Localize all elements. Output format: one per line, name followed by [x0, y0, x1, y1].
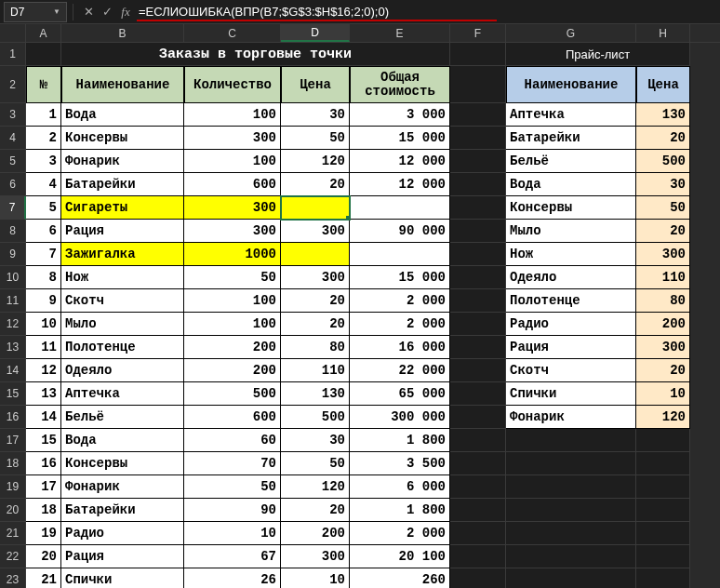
cell-H18[interactable] [636, 452, 690, 475]
orders-total[interactable]: 65 000 [350, 382, 450, 406]
pricelist-price[interactable]: 500 [636, 150, 690, 173]
pricelist-name[interactable]: Батарейки [506, 127, 636, 150]
cell-H17[interactable] [636, 429, 690, 452]
orders-total[interactable]: 1 800 [350, 429, 450, 452]
pricelist-price[interactable]: 30 [636, 173, 690, 196]
row-header-18[interactable]: 18 [0, 452, 26, 475]
orders-price[interactable]: 50 [281, 452, 350, 475]
orders-total[interactable]: 3 500 [350, 452, 450, 475]
orders-num[interactable]: 21 [26, 568, 61, 588]
orders-price[interactable]: 50 [281, 127, 350, 150]
pricelist-name[interactable]: Консервы [506, 196, 636, 220]
orders-price[interactable]: 20 [281, 289, 350, 313]
orders-qty[interactable]: 100 [184, 289, 281, 313]
pricelist-name[interactable]: Бельё [506, 150, 636, 173]
cell-G18[interactable] [506, 452, 636, 475]
orders-num[interactable]: 13 [26, 382, 61, 406]
pricelist-price[interactable]: 20 [636, 359, 690, 382]
row-header-20[interactable]: 20 [0, 499, 26, 522]
orders-price[interactable]: 300 [281, 266, 350, 289]
orders-name[interactable]: Радио [61, 522, 184, 545]
cell-F21[interactable] [450, 522, 506, 545]
orders-total[interactable]: 2 000 [350, 289, 450, 313]
cell-F22[interactable] [450, 545, 506, 568]
orders-qty[interactable]: 600 [184, 406, 281, 429]
row-header-3[interactable]: 3 [0, 103, 26, 127]
pricelist-name[interactable]: Вода [506, 173, 636, 196]
cell-F20[interactable] [450, 499, 506, 522]
row-header-17[interactable]: 17 [0, 429, 26, 452]
pricelist-price[interactable]: 20 [636, 127, 690, 150]
cell-H21[interactable] [636, 522, 690, 545]
orders-name[interactable]: Мыло [61, 313, 184, 336]
orders-total[interactable] [350, 243, 450, 266]
orders-total[interactable] [350, 196, 450, 220]
pricelist-price[interactable]: 120 [636, 406, 690, 429]
orders-num[interactable]: 16 [26, 452, 61, 475]
col-header-E[interactable]: E [350, 24, 450, 42]
pricelist-price[interactable]: 300 [636, 336, 690, 359]
pricelist-name[interactable]: Мыло [506, 220, 636, 243]
cell-F15[interactable] [450, 382, 506, 406]
orders-qty[interactable]: 300 [184, 196, 281, 220]
row-header-1[interactable]: 1 [0, 43, 26, 66]
orders-num[interactable]: 12 [26, 359, 61, 382]
orders-total[interactable]: 90 000 [350, 220, 450, 243]
col-header-H[interactable]: H [636, 24, 690, 42]
orders-name[interactable]: Аптечка [61, 382, 184, 406]
row-header-7[interactable]: 7 [0, 196, 26, 220]
orders-name[interactable]: Фонарик [61, 475, 184, 499]
pricelist-name[interactable]: Скотч [506, 359, 636, 382]
orders-num[interactable]: 5 [26, 196, 61, 220]
orders-name[interactable]: Рация [61, 545, 184, 568]
col-header-D[interactable]: D [281, 24, 350, 42]
cell-A1[interactable] [26, 43, 61, 66]
cell-F23[interactable] [450, 568, 506, 588]
orders-price[interactable]: 130 [281, 382, 350, 406]
accept-icon[interactable]: ✓ [98, 3, 116, 21]
formula-input[interactable]: =ЕСЛИОШИБКА(ВПР(B7;$G$3:$H$16;2;0);0) [135, 2, 720, 22]
orders-total[interactable]: 2 000 [350, 522, 450, 545]
pricelist-price[interactable]: 20 [636, 220, 690, 243]
cell-H23[interactable] [636, 568, 690, 588]
orders-total[interactable]: 2 000 [350, 313, 450, 336]
orders-name[interactable]: Рация [61, 220, 184, 243]
orders-num[interactable]: 19 [26, 522, 61, 545]
row-header-11[interactable]: 11 [0, 289, 26, 313]
row-header-19[interactable]: 19 [0, 475, 26, 499]
orders-qty[interactable]: 200 [184, 336, 281, 359]
orders-num[interactable]: 4 [26, 173, 61, 196]
name-box[interactable]: D7 ▼ [4, 2, 67, 22]
col-header-C[interactable]: C [184, 24, 281, 42]
orders-qty[interactable]: 60 [184, 429, 281, 452]
row-header-5[interactable]: 5 [0, 150, 26, 173]
row-header-14[interactable]: 14 [0, 359, 26, 382]
pricelist-name[interactable]: Одеяло [506, 266, 636, 289]
cell-G17[interactable] [506, 429, 636, 452]
pricelist-name[interactable]: Нож [506, 243, 636, 266]
pricelist-price[interactable]: 80 [636, 289, 690, 313]
orders-price[interactable]: 80 [281, 336, 350, 359]
orders-price[interactable]: 500 [281, 406, 350, 429]
cell-F19[interactable] [450, 475, 506, 499]
row-header-12[interactable]: 12 [0, 313, 26, 336]
orders-qty[interactable]: 26 [184, 568, 281, 588]
orders-price[interactable]: 120 [281, 475, 350, 499]
orders-num[interactable]: 18 [26, 499, 61, 522]
row-header-22[interactable]: 22 [0, 545, 26, 568]
pricelist-price[interactable]: 50 [636, 196, 690, 220]
cell-H22[interactable] [636, 545, 690, 568]
pricelist-price[interactable]: 10 [636, 382, 690, 406]
pricelist-name[interactable]: Рация [506, 336, 636, 359]
pricelist-price[interactable]: 200 [636, 313, 690, 336]
cell-F4[interactable] [450, 127, 506, 150]
orders-qty[interactable]: 100 [184, 150, 281, 173]
orders-total[interactable]: 12 000 [350, 150, 450, 173]
orders-price[interactable]: 20 [281, 173, 350, 196]
orders-qty[interactable]: 50 [184, 475, 281, 499]
orders-name[interactable]: Спички [61, 568, 184, 588]
orders-price[interactable]: 300 [281, 220, 350, 243]
col-header-F[interactable]: F [450, 24, 506, 42]
cell-F5[interactable] [450, 150, 506, 173]
cell-F1[interactable] [450, 43, 506, 66]
